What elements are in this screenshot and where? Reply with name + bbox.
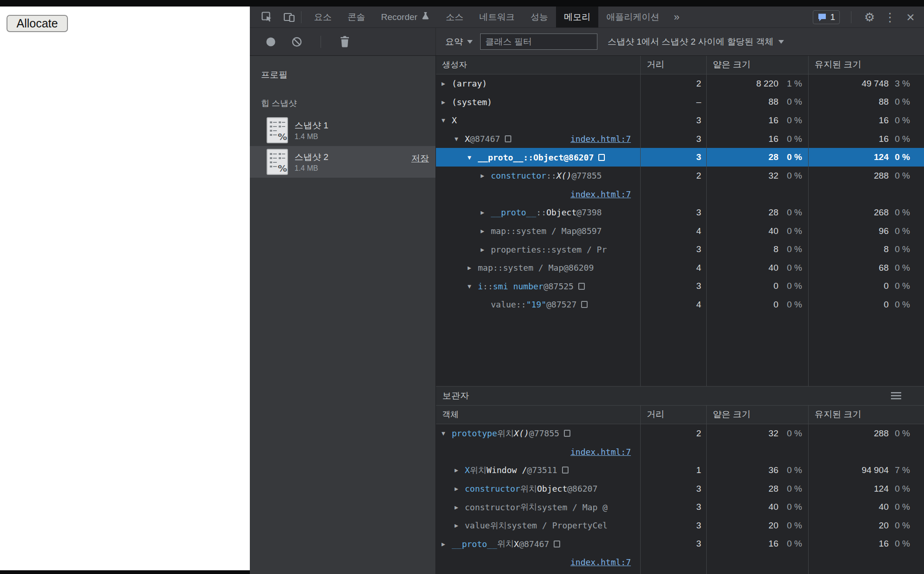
object-text: @86209 <box>563 263 594 273</box>
tree-collapsed-icon[interactable]: ▶ <box>481 227 491 234</box>
tree-row[interactable]: index.html:7 <box>436 185 924 204</box>
heap-snapshot-item[interactable]: %스냅샷 11.4 MB <box>250 114 435 146</box>
tree-row[interactable]: ▶constructor 위치 system / Map @3400 %400 … <box>436 498 924 516</box>
object-preview-icon[interactable] <box>562 467 569 474</box>
tree-row[interactable]: ▼prototype 위치 X() @778552320 %2880 % <box>436 424 924 443</box>
object-text: X <box>452 115 457 125</box>
snapshot-size: 1.4 MB <box>295 133 328 141</box>
tree-collapsed-icon[interactable]: ▶ <box>455 467 465 474</box>
column-header[interactable]: 거리 <box>640 56 706 74</box>
tree-row[interactable]: ▼X3160 %160 % <box>436 111 924 130</box>
kebab-menu-icon[interactable]: ⋮ <box>883 10 897 24</box>
tree-row[interactable]: ▶constructor 위치 Object @862073280 %1240 … <box>436 480 924 498</box>
object-preview-icon[interactable] <box>554 541 560 547</box>
tree-row[interactable]: ▶__proto__ 위치 X @874673160 %160 % <box>436 535 924 554</box>
clear-profiles-icon[interactable] <box>290 35 304 49</box>
tree-collapsed-icon[interactable]: ▶ <box>442 541 452 547</box>
object-preview-icon[interactable] <box>505 135 511 142</box>
tree-expanded-icon[interactable]: ▼ <box>455 135 465 142</box>
object-preview-icon[interactable] <box>598 154 605 161</box>
delete-profile-trash-icon[interactable] <box>338 35 352 49</box>
tab-애플리케이션[interactable]: 애플리케이션 <box>598 7 667 27</box>
distance-cell: 1 <box>640 461 706 480</box>
tab-Recorder[interactable]: Recorder <box>373 7 438 27</box>
source-link[interactable]: index.html:7 <box>570 189 631 199</box>
inspect-element-icon[interactable] <box>260 10 274 24</box>
source-link[interactable]: index.html:7 <box>570 557 631 567</box>
device-toolbar-icon[interactable] <box>282 10 296 24</box>
tree-row[interactable]: ▶map :: system / Map @85974400 %960 % <box>436 222 924 240</box>
class-filter-input[interactable] <box>480 33 597 50</box>
tree-collapsed-icon[interactable]: ▶ <box>481 209 491 216</box>
tree-collapsed-icon[interactable]: ▶ <box>468 264 478 271</box>
tree-collapsed-icon[interactable]: ▶ <box>442 99 452 106</box>
tree-row[interactable]: ▶value 위치 system / PropertyCel3200 %200 … <box>436 516 924 535</box>
column-header[interactable]: 유지된 크기 <box>808 406 924 424</box>
issues-counter[interactable]: 1 <box>813 10 840 24</box>
source-link[interactable]: index.html:7 <box>570 134 640 144</box>
tab-메모리[interactable]: 메모리 <box>556 7 598 27</box>
object-text: "19" <box>526 300 546 309</box>
column-header[interactable]: 생성자 <box>436 56 640 74</box>
object-preview-icon[interactable] <box>564 430 570 437</box>
column-header[interactable]: 얕은 크기 <box>706 56 808 74</box>
column-header[interactable]: 유지된 크기 <box>808 56 924 74</box>
column-header[interactable]: 얕은 크기 <box>706 406 808 424</box>
object-preview-icon[interactable] <box>581 301 588 308</box>
heap-snapshot-item[interactable]: %스냅샷 21.4 MB저장 <box>250 146 435 178</box>
more-tabs-button[interactable]: » <box>667 7 686 27</box>
devtools-tabbar: 요소콘솔Recorder소스네트워크성능메모리애플리케이션 » 1 ⚙ ⋮ × <box>250 7 924 28</box>
tree-row[interactable]: ▶map :: system / Map @862094400 %680 % <box>436 259 924 277</box>
allocate-button[interactable]: Allocate <box>7 15 68 32</box>
distance-cell: 3 <box>640 277 706 296</box>
tree-collapsed-icon[interactable]: ▶ <box>455 522 465 529</box>
tree-row[interactable]: index.html:7 <box>436 553 924 572</box>
object-preview-icon[interactable] <box>578 283 585 290</box>
shallow-size-value: 0 <box>706 281 778 291</box>
settings-gear-icon[interactable]: ⚙ <box>863 10 877 24</box>
close-devtools-icon[interactable]: × <box>904 10 917 24</box>
tab-소스[interactable]: 소스 <box>438 7 471 27</box>
perspective-select[interactable]: 요약 <box>445 36 473 48</box>
tree-collapsed-icon[interactable]: ▶ <box>481 172 491 179</box>
distance-cell: – <box>640 93 706 112</box>
tree-row[interactable]: ▶constructor :: X() @778552320 %2880 % <box>436 167 924 185</box>
tree-collapsed-icon[interactable]: ▶ <box>442 80 452 87</box>
tree-row[interactable]: ▶X 위치 Window / @735111360 %94 9047 % <box>436 461 924 480</box>
chevron-down-icon <box>467 40 473 44</box>
tree-row[interactable]: ▼X @87467index.html:73160 %160 % <box>436 130 924 148</box>
tree-row[interactable]: ▶__proto__ :: Object @73983280 %2680 % <box>436 203 924 222</box>
snapshot-save-link[interactable]: 저장 <box>411 153 429 165</box>
retainers-menu-icon[interactable] <box>890 389 904 403</box>
tree-row[interactable]: ▼__proto__ :: Object @862073280 %1240 % <box>436 148 924 167</box>
object-cell: ▼__proto__ :: Object @86207 <box>436 148 640 167</box>
tree-row[interactable]: ▶(system)–880 %880 % <box>436 93 924 112</box>
retained-size-value: 16 <box>808 134 889 144</box>
tree-row[interactable]: ▶(array)28 2201 %49 7483 % <box>436 74 924 93</box>
tab-네트워크[interactable]: 네트워크 <box>471 7 522 27</box>
column-header[interactable]: 객체 <box>436 406 640 424</box>
record-heap-snapshot-icon[interactable] <box>264 35 278 49</box>
tree-collapsed-icon[interactable]: ▶ <box>455 485 465 492</box>
tab-성능[interactable]: 성능 <box>522 7 556 27</box>
tree-collapsed-icon[interactable]: ▶ <box>455 504 465 511</box>
object-text: (system) <box>452 97 492 107</box>
tree-collapsed-icon[interactable]: ▶ <box>481 246 491 253</box>
tree-row[interactable]: value :: "19" @87527400 %00 % <box>436 295 924 314</box>
snapshot-range-select[interactable]: 스냅샷 1에서 스냅샷 2 사이에 할당된 객체 <box>608 36 784 48</box>
tree-expanded-icon[interactable]: ▼ <box>468 154 478 161</box>
tree-row[interactable]: ▶properties :: system / Pr380 %80 % <box>436 240 924 259</box>
tree-expanded-icon[interactable]: ▼ <box>442 430 452 437</box>
column-header[interactable]: 거리 <box>640 406 706 424</box>
tree-expanded-icon[interactable]: ▼ <box>442 117 452 124</box>
shallow-size-percent: 0 % <box>778 115 808 126</box>
tree-row[interactable]: index.html:7 <box>436 443 924 461</box>
tab-콘솔[interactable]: 콘솔 <box>340 7 373 27</box>
tree-row[interactable]: ▼i :: smi number @87525300 %00 % <box>436 277 924 296</box>
heap-snapshot-icon: % <box>267 149 288 175</box>
retained-size-percent: 0 % <box>889 484 924 494</box>
object-cell: index.html:7 <box>436 185 640 204</box>
tab-요소[interactable]: 요소 <box>306 7 340 27</box>
source-link[interactable]: index.html:7 <box>570 447 631 457</box>
tree-expanded-icon[interactable]: ▼ <box>468 283 478 290</box>
